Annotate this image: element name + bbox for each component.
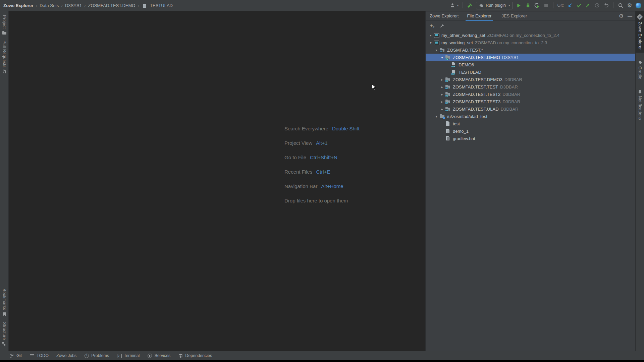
tree-row[interactable]: demo_1 — [426, 127, 635, 135]
tab-file-explorer[interactable]: File Explorer — [466, 11, 492, 21]
breadcrumb-member[interactable]: TESTULAD — [150, 3, 173, 8]
tree-row[interactable]: ▸ ZOSMFAD.TEST.DEMO3 D3DBAR — [426, 76, 635, 83]
tree-item-name: test — [453, 121, 460, 126]
toolwindow-button-zowe-explorer[interactable]: Z Zowe Explorer — [636, 11, 644, 53]
bookmark-icon — [2, 312, 7, 317]
user-profile-icon[interactable] — [449, 2, 455, 8]
breadcrumb-separator: › — [36, 3, 38, 8]
search-icon[interactable] — [618, 2, 624, 8]
tree-row[interactable]: TESTULAD — [426, 68, 635, 76]
ds-folder-icon — [445, 77, 451, 82]
breadcrumb: Zowe Explorer › Data Sets › D3SYS1 › ZOS… — [3, 3, 173, 8]
toolbar-separator — [463, 2, 463, 8]
tree-chevron-icon[interactable]: ▸ — [428, 34, 434, 37]
toolwindow-button-structure[interactable]: Structure — [0, 319, 9, 349]
breadcrumb-separator: › — [84, 3, 86, 8]
tree-item-name: ZOSMFAD.TEST.DEMO — [453, 55, 500, 60]
tree-chevron-icon[interactable]: ▾ — [439, 56, 445, 59]
tree-row[interactable]: ▸ ZOSMFAD.TEST.ULAD D3DBAR — [426, 105, 635, 113]
statusbar-item-terminal[interactable]: Terminal — [117, 353, 140, 358]
ide-sphere-icon[interactable] — [636, 3, 641, 8]
uss-file-icon — [445, 128, 451, 134]
tree-chevron-icon[interactable]: ▸ — [439, 78, 445, 81]
run-play-icon[interactable] — [516, 2, 522, 8]
hint-label: Navigation Bar — [284, 183, 317, 189]
statusbar-item-dependencies[interactable]: Dependencies — [178, 353, 212, 358]
tree-row[interactable]: ▸ my_other_working_set ZOSMFAD on my_con… — [426, 32, 635, 39]
settings-gear-icon[interactable]: ⚙ — [627, 2, 633, 8]
run-configuration-select[interactable]: Run plugin ▾ — [476, 2, 513, 9]
bottom-edge — [0, 360, 644, 362]
git-commit-check-icon[interactable] — [576, 2, 582, 8]
tree-row[interactable]: ▸ ZOSMFAD.TEST.TEST D3DBAR — [426, 83, 635, 90]
zowe-explorer-label: Zowe Explorer — [638, 22, 642, 50]
structure-icon — [2, 342, 7, 346]
tree-item-name: TESTULAD — [459, 70, 481, 75]
tree-chevron-icon[interactable]: ▸ — [439, 85, 445, 89]
hide-panel-icon[interactable]: — — [628, 14, 632, 18]
tree-item-suffix: D3DBAR — [500, 84, 518, 89]
tree-row[interactable]: ▾ /u/zosmfad/ulad_test — [426, 113, 635, 120]
hint-label: Search Everywhere — [284, 126, 328, 131]
tree-chevron-icon[interactable]: ▾ — [433, 115, 439, 118]
panel-gear-icon[interactable]: ⚙ — [619, 13, 624, 19]
tree-chevron-icon[interactable]: ▾ — [433, 48, 439, 52]
tab-jes-explorer[interactable]: JES Explorer — [501, 11, 528, 21]
tree-row[interactable]: ▾ my_working_set ZOSMFAD on my_connectio… — [426, 39, 635, 46]
tree-item-suffix: ZOSMFAD on my_connection_to_2.3 — [475, 40, 547, 45]
tree-chevron-icon[interactable]: ▸ — [439, 107, 445, 111]
user-dropdown-caret-icon[interactable]: ▾ — [457, 4, 459, 7]
ds-folder-icon — [445, 84, 451, 89]
breadcrumb-zowe-explorer[interactable]: Zowe Explorer — [3, 3, 34, 8]
tree-row[interactable]: test — [426, 120, 635, 127]
debug-bug-icon[interactable] — [525, 2, 531, 8]
breadcrumb-separator: › — [138, 3, 139, 8]
hint-shortcut: Double Shift — [332, 126, 360, 131]
toolwindow-button-notifications[interactable]: Notifications — [636, 87, 644, 123]
statusbar-item-services[interactable]: Services — [147, 353, 170, 358]
tree-row[interactable]: ▾ ZOSMFAD.TEST.* — [426, 46, 635, 54]
settings-wrench-icon[interactable] — [439, 23, 445, 29]
tree-item-suffix: D3SYS1 — [502, 55, 519, 60]
tree-chevron-icon[interactable]: ▾ — [428, 41, 434, 45]
tree-row[interactable]: ▾ ZOSMFAD.TEST.DEMO D3SYS1 — [426, 54, 635, 61]
statusbar-item-git[interactable]: Git — [9, 353, 22, 358]
working-set-icon — [434, 33, 440, 38]
hint-shortcut: Ctrl+E — [316, 169, 330, 175]
main-toolbar: Zowe Explorer › Data Sets › D3SYS1 › ZOS… — [0, 0, 644, 11]
problems-icon — [84, 353, 89, 358]
panel-toolbar: +▾ — [426, 21, 635, 31]
tree-chevron-icon[interactable]: ▸ — [439, 100, 445, 104]
toolwindow-button-bookmarks[interactable]: Bookmarks — [0, 286, 9, 319]
pull-requests-label: Pull Requests — [2, 41, 7, 68]
build-hammer-icon[interactable] — [467, 2, 473, 8]
tree-chevron-icon[interactable]: ▸ — [439, 93, 445, 96]
git-update-icon[interactable] — [567, 2, 573, 8]
statusbar-item-problems[interactable]: Problems — [84, 353, 109, 358]
toolwindow-button-pull-requests[interactable]: Pull Requests — [0, 38, 9, 77]
tree-row[interactable]: gradlew.bat — [426, 135, 635, 142]
zowe-explorer-panel: Zowe Explorer: File Explorer JES Explore… — [425, 11, 635, 351]
statusbar-item-todo[interactable]: TODO — [30, 353, 49, 358]
toolwindow-button-project[interactable]: Project — [0, 12, 9, 38]
breadcrumb-dataset[interactable]: ZOSMFAD.TEST.DEMO — [88, 3, 136, 8]
tree-row[interactable]: DEMO6 — [426, 61, 635, 68]
add-button[interactable]: +▾ — [430, 23, 434, 28]
breadcrumb-d3sys1[interactable]: D3SYS1 — [65, 3, 82, 8]
run-with-coverage-icon[interactable] — [534, 2, 540, 8]
dependencies-layers-icon — [178, 353, 183, 358]
statusbar-item-zowe-jobs[interactable]: Zowe Jobs — [56, 353, 76, 358]
hint-shortcut: Ctrl+Shift+N — [310, 155, 337, 160]
git-push-icon[interactable] — [585, 2, 591, 8]
statusbar-label: Terminal — [124, 353, 140, 358]
breadcrumb-data-sets[interactable]: Data Sets — [40, 3, 59, 8]
toolwindow-button-gradle[interactable]: Gradle — [636, 57, 644, 82]
tree-row[interactable]: ▸ ZOSMFAD.TEST.TEST2 D3DBAR — [426, 90, 635, 98]
member-icon — [451, 62, 457, 67]
services-icon — [147, 353, 152, 358]
bookmarks-label: Bookmarks — [2, 289, 7, 310]
rollback-undo-icon[interactable] — [603, 2, 609, 8]
tree-row[interactable]: ▸ ZOSMFAD.TEST.TEST3 D3DBAR — [426, 98, 635, 105]
statusbar-label: Services — [154, 353, 170, 358]
tree-item-name: ZOSMFAD.TEST.TEST — [453, 84, 498, 89]
